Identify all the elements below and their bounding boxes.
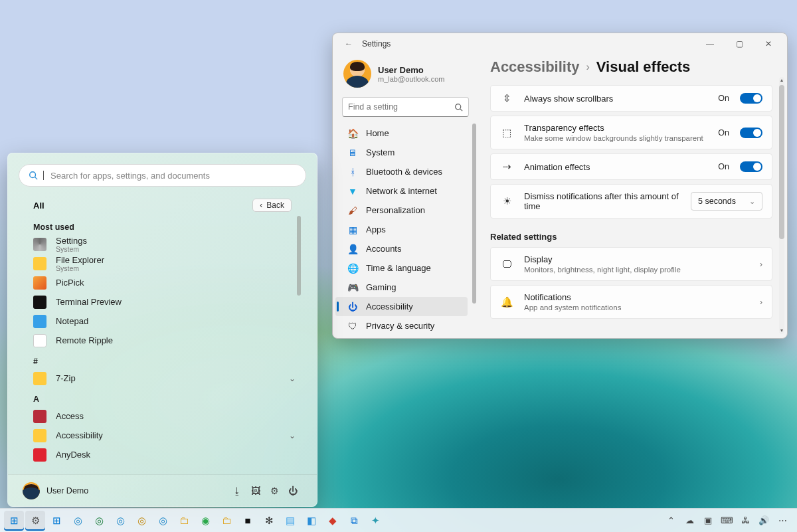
option-dismiss: ☀ Dismiss notifications after this amoun… [490, 184, 772, 219]
start-group-hash[interactable]: # [33, 357, 302, 366]
nav-icon: ▦ [347, 224, 358, 235]
taskbar-app-red[interactable]: ◆ [323, 511, 343, 531]
start-item-anydesk[interactable]: AnyDesk [33, 445, 302, 464]
related-display-title: Display [524, 254, 749, 264]
option-dismiss-dropdown[interactable]: 5 seconds ⌄ [691, 192, 762, 211]
scrollbars-icon: ⇳ [500, 92, 513, 104]
nav-label: Personalization [366, 205, 425, 215]
start-item-terminal-preview[interactable]: Terminal Preview [33, 292, 302, 311]
start-menu: Search for apps, settings, and documents… [7, 153, 317, 507]
related-notifications[interactable]: 🔔 Notifications App and system notificat… [490, 285, 772, 319]
pictures-icon[interactable]: 🖼 [246, 486, 265, 496]
taskbar-folder[interactable]: 🗀 [217, 511, 236, 531]
avatar-icon[interactable] [23, 482, 40, 499]
taskbar-app-teal[interactable]: ✦ [365, 511, 385, 531]
tray-network-icon[interactable]: 🖧 [739, 515, 752, 525]
svg-line-1 [460, 108, 462, 110]
start-item-notepad[interactable]: Notepad [33, 311, 302, 331]
nav-label: Home [366, 128, 389, 138]
taskbar-edge1[interactable]: ◎ [68, 511, 88, 531]
option-transparency-sub: Make some window backgrounds slightly tr… [524, 134, 707, 142]
bell-icon: 🔔 [500, 296, 513, 308]
nav-item-home[interactable]: 🏠Home [335, 124, 468, 143]
app-icon [33, 257, 46, 270]
app-icon [33, 410, 46, 423]
start-item-access[interactable]: Access [33, 406, 302, 426]
taskbar-edge4[interactable]: ◎ [132, 511, 151, 531]
nav-item-apps[interactable]: ▦Apps [335, 220, 468, 239]
option-transparency-state: On [718, 128, 729, 137]
tray-input-icon[interactable]: ⌨ [720, 515, 733, 525]
minimize-button[interactable]: — [695, 35, 725, 53]
taskbar-edge5[interactable]: ◎ [153, 511, 173, 531]
start-item-7-zip[interactable]: 7-Zip⌄ [33, 369, 302, 388]
settings-titlebar: ← Settings — ▢ ✕ [333, 33, 787, 54]
start-back-button[interactable]: ‹ Back [252, 199, 292, 212]
nav-item-time-language[interactable]: 🌐Time & language [335, 258, 468, 278]
taskbar-notepad[interactable]: ▤ [280, 511, 300, 531]
start-item-accessibility[interactable]: Accessibility⌄ [33, 426, 302, 445]
option-dismiss-title: Dismiss notifications after this amount … [524, 191, 680, 211]
content-scrollbar[interactable]: ▴ ▾ [779, 77, 784, 334]
taskbar-terminal[interactable]: ■ [238, 511, 258, 531]
desktop: ← Settings — ▢ ✕ User Demo m_lab@outlook… [0, 0, 797, 532]
svg-point-2 [30, 172, 36, 178]
nav-item-accessibility[interactable]: ⏻Accessibility [335, 297, 468, 316]
taskbar-openai[interactable]: ✻ [259, 511, 279, 531]
start-scrollbar[interactable] [297, 216, 301, 296]
maximize-button[interactable]: ▢ [725, 35, 754, 53]
power-icon[interactable]: ⏻ [284, 486, 302, 496]
downloads-icon[interactable]: ⭳ [228, 486, 246, 496]
taskbar-start[interactable]: ⊞ [4, 511, 24, 531]
start-item-settings[interactable]: SettingsSystem [33, 234, 302, 254]
taskbar-store[interactable]: ⧉ [344, 511, 364, 531]
taskbar-edge3[interactable]: ◎ [110, 511, 130, 531]
nav-item-personalization[interactable]: 🖌Personalization [335, 201, 468, 220]
breadcrumb-parent[interactable]: Accessibility [490, 58, 580, 76]
start-most-used-heading[interactable]: Most used [33, 222, 302, 232]
settings-search-input[interactable]: Find a setting [342, 97, 469, 117]
option-transparency-title: Transparency effects [524, 123, 707, 133]
start-group-a[interactable]: A [33, 395, 302, 404]
option-animation-toggle[interactable] [740, 161, 762, 172]
back-icon[interactable]: ← [342, 39, 355, 48]
tray-onedrive-icon[interactable]: ☁ [683, 515, 696, 525]
taskbar: ⊞⚙⊞◎◎◎◎◎🗀◉🗀■✻▤◧◆⧉✦ ⌃☁▣⌨🖧🔊⋯ [0, 508, 797, 532]
taskbar-settings[interactable]: ⚙ [25, 511, 45, 531]
start-footer-user[interactable]: User Demo [46, 486, 88, 495]
nav-label: Apps [366, 224, 386, 234]
start-search-input[interactable]: Search for apps, settings, and documents [19, 164, 306, 187]
related-display[interactable]: 🖵 Display Monitors, brightness, night li… [490, 247, 772, 281]
taskbar-chrome[interactable]: ◉ [195, 511, 215, 531]
taskbar-winlogo[interactable]: ⊞ [46, 511, 66, 531]
tray-volume-icon[interactable]: 🔊 [757, 515, 770, 525]
nav-item-accounts[interactable]: 👤Accounts [335, 239, 468, 258]
option-transparency-toggle[interactable] [740, 128, 762, 138]
tray-more-icon[interactable]: ⋯ [776, 515, 789, 525]
nav-item-gaming[interactable]: 🎮Gaming [335, 278, 468, 297]
nav-item-network-internet[interactable]: ▼Network & internet [335, 181, 468, 201]
user-email: m_lab@outlook.com [378, 75, 444, 83]
start-item-remote-ripple[interactable]: Remote Ripple [33, 331, 302, 350]
related-heading: Related settings [490, 232, 772, 242]
nav-item-privacy-security[interactable]: 🛡Privacy & security [335, 316, 468, 335]
user-block[interactable]: User Demo m_lab@outlook.com [333, 60, 478, 97]
tray-chevron-icon[interactable]: ⌃ [664, 515, 677, 525]
app-icon [33, 372, 46, 385]
nav-item-bluetooth-devices[interactable]: ᚼBluetooth & devices [335, 162, 468, 181]
settings-search-placeholder: Find a setting [348, 102, 454, 112]
start-item-picpick[interactable]: PicPick [33, 273, 302, 292]
taskbar-picpick[interactable]: ◧ [302, 511, 321, 531]
start-all-label: All [33, 201, 44, 211]
sidebar-scrollbar[interactable] [472, 124, 476, 338]
nav-item-system[interactable]: 🖥System [335, 143, 468, 162]
taskbar-fileexp[interactable]: 🗀 [174, 511, 194, 531]
close-button[interactable]: ✕ [754, 35, 783, 53]
settings-icon[interactable]: ⚙ [265, 486, 284, 496]
start-item-file-explorer[interactable]: File ExplorerSystem [33, 254, 302, 273]
taskbar-edge2[interactable]: ◎ [89, 511, 109, 531]
tray-app-icon[interactable]: ▣ [701, 515, 715, 525]
nav-icon: 🖌 [347, 205, 358, 216]
app-icon [33, 429, 46, 442]
option-scrollbars-toggle[interactable] [740, 93, 762, 104]
